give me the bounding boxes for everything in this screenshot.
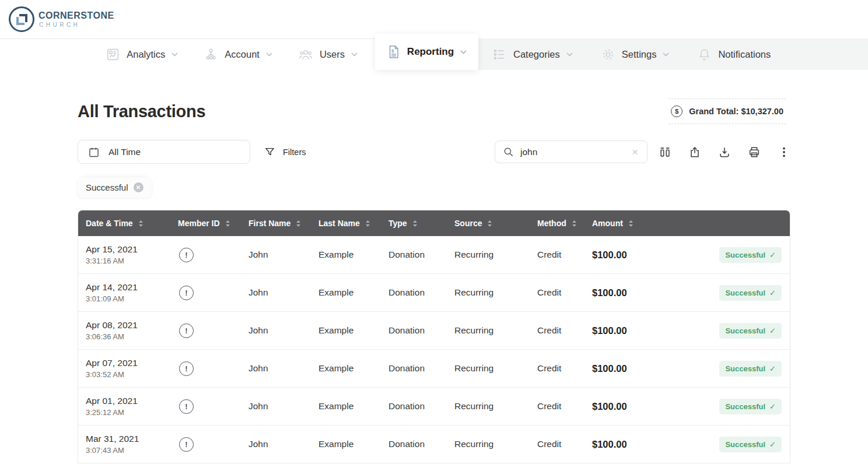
cell-method: Credit xyxy=(537,439,592,449)
brand-logo[interactable]: CORNERSTONE CHURCH xyxy=(9,6,114,32)
nav-label: Users xyxy=(320,49,345,60)
print-icon xyxy=(748,146,761,159)
filters-button[interactable]: Filters xyxy=(264,146,306,157)
member-id-alert-icon[interactable]: ! xyxy=(179,248,194,262)
table-row[interactable]: Apr 07, 2021 3:03:52 AM ! John Example D… xyxy=(78,350,790,388)
print-button[interactable] xyxy=(748,146,761,159)
member-id-alert-icon[interactable]: ! xyxy=(179,437,194,452)
status-badge: Successful✓ xyxy=(719,399,782,414)
cell-type: Donation xyxy=(388,325,454,336)
check-icon: ✓ xyxy=(769,402,776,411)
remove-filter-icon[interactable]: ✕ xyxy=(134,182,144,192)
cell-last-name: Example xyxy=(318,401,388,412)
settings-icon xyxy=(601,47,615,62)
download-button[interactable] xyxy=(718,146,731,159)
nav-item-notifications[interactable]: Notifications xyxy=(697,47,771,62)
nav-item-account[interactable]: Account xyxy=(204,47,272,62)
share-icon xyxy=(688,146,701,159)
nav-item-settings[interactable]: Settings xyxy=(601,47,670,62)
nav-label: Analytics xyxy=(127,49,165,60)
cell-date-time: Mar 31, 2021 3:07:43 AM xyxy=(86,434,178,455)
reporting-icon: $ xyxy=(387,44,401,59)
table-toolbar xyxy=(659,146,790,159)
column-header[interactable]: Last Name xyxy=(318,219,388,228)
grand-total[interactable]: $ Grand Total: $10,327.00 xyxy=(668,99,786,124)
column-header-label: Member ID xyxy=(178,219,220,228)
member-id-alert-icon[interactable]: ! xyxy=(179,361,194,376)
check-icon: ✓ xyxy=(769,326,776,335)
cell-date-time: Apr 14, 2021 3:01:09 AM xyxy=(86,282,178,303)
sort-icon xyxy=(487,220,492,227)
cell-type: Donation xyxy=(388,401,454,412)
clear-search-icon[interactable]: × xyxy=(631,146,639,157)
nav-item-users[interactable]: Users xyxy=(298,47,358,62)
filters-label: Filters xyxy=(283,147,306,157)
cell-source: Recurring xyxy=(454,401,537,412)
cell-status: Successful✓ xyxy=(662,247,790,263)
cell-date-time: Apr 08, 2021 3:06:36 AM xyxy=(86,320,178,341)
check-icon: ✓ xyxy=(769,289,776,297)
date-range-value: All Time xyxy=(108,147,141,157)
cell-status: Successful✓ xyxy=(662,437,790,452)
column-header[interactable]: First Name xyxy=(249,219,318,228)
member-id-alert-icon[interactable]: ! xyxy=(179,324,194,338)
nav-group-right: Categories Settings Notifications xyxy=(478,38,868,70)
cell-source: Recurring xyxy=(454,439,537,449)
brand-name: CORNERSTONE xyxy=(38,10,114,21)
main-nav: Analytics Account Users $ Re xyxy=(0,38,868,70)
search-box: × xyxy=(495,140,648,163)
share-button[interactable] xyxy=(688,146,701,159)
sort-icon xyxy=(628,220,634,227)
member-id-alert-icon[interactable]: ! xyxy=(179,286,194,300)
app-header: CORNERSTONE CHURCH xyxy=(0,0,868,38)
table-header-row: Date & Time Member ID First Name xyxy=(78,210,790,236)
cell-first-name: John xyxy=(249,249,318,260)
column-header[interactable]: Source xyxy=(454,219,537,228)
cell-date-time: Apr 15, 2021 3:31:16 AM xyxy=(86,244,178,265)
check-icon: ✓ xyxy=(769,251,776,259)
cell-source: Recurring xyxy=(454,363,537,374)
status-badge: Successful✓ xyxy=(719,323,782,339)
table-row[interactable]: Apr 01, 2021 3:25:12 AM ! John Example D… xyxy=(78,388,790,426)
member-id-alert-icon[interactable]: ! xyxy=(179,399,194,414)
cell-last-name: Example xyxy=(318,363,388,374)
more-options-icon xyxy=(778,146,790,159)
nav-item-analytics[interactable]: Analytics xyxy=(106,47,178,62)
table-row[interactable]: Apr 14, 2021 3:01:09 AM ! John Example D… xyxy=(78,274,790,312)
cell-member-id: ! xyxy=(178,399,249,414)
nav-label: Settings xyxy=(622,49,657,60)
cell-date-time: Apr 07, 2021 3:03:52 AM xyxy=(86,358,178,379)
filter-funnel-icon xyxy=(264,146,275,157)
column-header[interactable]: Date & Time xyxy=(86,219,178,228)
cell-method: Credit xyxy=(537,363,592,374)
nav-item-reporting[interactable]: $ Reporting xyxy=(375,34,478,70)
more-options-button[interactable] xyxy=(778,146,790,159)
cell-date-time: Apr 01, 2021 3:25:12 AM xyxy=(86,396,178,417)
cell-first-name: John xyxy=(249,287,318,298)
table-row[interactable]: Apr 08, 2021 3:06:36 AM ! John Example D… xyxy=(78,312,790,350)
table-row[interactable]: Mar 31, 2021 3:07:43 AM ! John Example D… xyxy=(78,426,790,463)
nav-label: Notifications xyxy=(718,49,771,60)
column-settings-button[interactable] xyxy=(659,146,671,159)
cell-method: Credit xyxy=(537,249,592,260)
column-header[interactable]: Type xyxy=(388,219,454,228)
cell-member-id: ! xyxy=(178,437,249,452)
search-input[interactable] xyxy=(520,147,624,157)
filter-chip-label: Successful xyxy=(86,182,128,192)
table-row[interactable]: Apr 15, 2021 3:31:16 AM ! John Example D… xyxy=(78,236,790,274)
cell-source: Recurring xyxy=(454,325,537,336)
nav-label: Categories xyxy=(513,49,560,60)
column-header[interactable]: Method xyxy=(537,219,592,228)
cell-member-id: ! xyxy=(178,286,249,300)
column-header[interactable]: Amount xyxy=(592,219,662,228)
filter-chip-successful[interactable]: Successful ✕ xyxy=(78,177,152,198)
cell-last-name: Example xyxy=(318,287,388,298)
cell-last-name: Example xyxy=(318,439,388,449)
sort-icon xyxy=(412,220,418,227)
chevron-down-icon xyxy=(266,52,272,57)
nav-item-categories[interactable]: Categories xyxy=(492,47,573,62)
cell-member-id: ! xyxy=(178,361,249,376)
column-header[interactable]: Member ID xyxy=(178,219,249,228)
column-header-label: Method xyxy=(537,219,566,228)
date-range-button[interactable]: All Time xyxy=(78,140,250,164)
